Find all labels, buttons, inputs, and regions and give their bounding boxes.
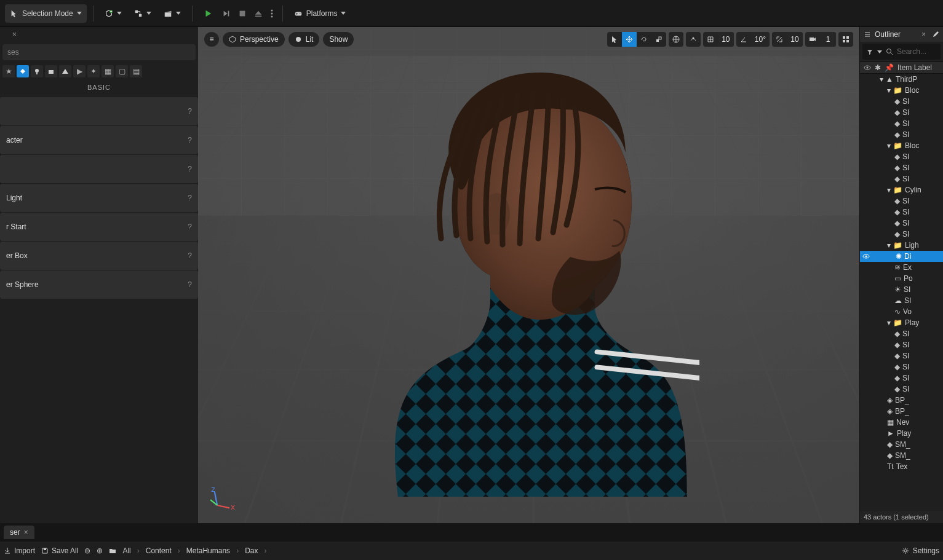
crumb-2[interactable]: MetaHumans xyxy=(186,546,230,555)
outliner-row[interactable]: ☀ SI xyxy=(860,284,943,295)
help-icon[interactable]: ? xyxy=(188,107,192,116)
category-all[interactable]: ▤ xyxy=(130,65,142,77)
outliner-row[interactable]: ◆ SI xyxy=(860,229,943,240)
close-tab-button[interactable]: × xyxy=(12,30,17,39)
outliner-row[interactable]: ◆ SI xyxy=(860,162,943,173)
outliner-row[interactable]: ◆ SI xyxy=(860,328,943,339)
actor-item[interactable]: er Box? xyxy=(0,242,198,270)
panel-tab[interactable]: × xyxy=(0,27,198,42)
actor-item[interactable]: er Sphere? xyxy=(0,270,198,299)
outliner-row[interactable]: ◆ SI xyxy=(860,361,943,373)
outliner-row[interactable]: ▾ 📁 Ligh xyxy=(860,240,943,251)
outliner-row[interactable]: ▾ 📁 Play xyxy=(860,317,943,328)
outliner-row[interactable]: ◆ SI xyxy=(860,129,943,140)
outliner-row[interactable]: ▾ 📁 Cylin xyxy=(860,184,943,195)
grid-snap-toggle[interactable] xyxy=(703,32,718,47)
help-icon[interactable]: ? xyxy=(188,165,192,173)
camera-speed-button[interactable] xyxy=(805,32,820,47)
actor-item[interactable]: acter? xyxy=(0,126,198,154)
outliner-search[interactable]: Search... xyxy=(862,44,941,60)
outliner-row[interactable]: ≋ Ex xyxy=(860,262,943,273)
help-icon[interactable]: ? xyxy=(188,194,192,202)
stop-button[interactable] xyxy=(236,4,249,23)
outliner-row[interactable]: ◆ SI xyxy=(860,373,943,384)
add-content-button[interactable] xyxy=(100,4,127,23)
category-visual-fx[interactable]: ✦ xyxy=(87,65,100,77)
outliner-row[interactable]: ◆ SM_ xyxy=(860,439,943,450)
history-fwd-button[interactable]: ⊕ xyxy=(97,546,103,555)
outliner-row[interactable]: ▾ ▲ ThirdP xyxy=(860,74,943,85)
viewport-menu-button[interactable]: ≡ xyxy=(204,32,219,47)
place-actor-search[interactable]: ses xyxy=(2,44,196,60)
eye-icon[interactable] xyxy=(864,64,871,71)
outliner-row[interactable]: ▾ 📁 Bloc xyxy=(860,85,943,96)
category-recent[interactable]: ★ xyxy=(2,65,15,77)
help-icon[interactable]: ? xyxy=(188,136,192,144)
outliner-row[interactable]: ◈ BP_ xyxy=(860,406,943,417)
outliner-row[interactable]: ◆ SI xyxy=(860,218,943,229)
close-tab-button[interactable]: × xyxy=(24,528,28,537)
selection-mode-dropdown[interactable]: Selection Mode xyxy=(5,4,87,23)
platforms-dropdown[interactable]: Platforms xyxy=(289,4,351,23)
scale-snap-toggle[interactable] xyxy=(772,32,787,47)
lit-mode-dropdown[interactable]: Lit xyxy=(288,32,320,47)
cinematics-button[interactable] xyxy=(159,4,186,23)
outliner-row[interactable]: ◆ SI xyxy=(860,207,943,218)
scale-tool[interactable] xyxy=(651,32,666,47)
viewport[interactable]: ≡ Perspective Lit Show xyxy=(198,27,859,523)
angle-snap-value[interactable]: 10° xyxy=(751,32,770,47)
help-icon[interactable]: ? xyxy=(188,223,192,231)
camera-speed-value[interactable]: 1 xyxy=(820,32,836,47)
blueprints-button[interactable] xyxy=(129,4,156,23)
actor-item[interactable]: ? xyxy=(0,97,198,125)
eject-button[interactable] xyxy=(252,4,265,23)
scale-snap-value[interactable]: 10 xyxy=(787,32,803,47)
save-all-button[interactable]: Save All xyxy=(41,546,78,555)
perspective-dropdown[interactable]: Perspective xyxy=(223,32,285,47)
outliner-row[interactable]: ◆ SI xyxy=(860,118,943,129)
crumb-3[interactable]: Dax xyxy=(245,546,258,555)
actor-item[interactable]: ? xyxy=(0,155,198,183)
pencil-icon[interactable] xyxy=(932,31,939,38)
select-tool[interactable] xyxy=(607,32,622,47)
outliner-row[interactable]: ∿ Vo xyxy=(860,306,943,317)
outliner-row[interactable]: ◆ SI xyxy=(860,96,943,107)
import-button[interactable]: Import xyxy=(4,546,35,555)
category-media[interactable]: ▶ xyxy=(73,65,86,77)
play-options-button[interactable] xyxy=(268,4,276,23)
close-tab-button[interactable]: × xyxy=(921,30,926,39)
category-cinematic[interactable] xyxy=(45,65,57,77)
crumb-0[interactable]: All xyxy=(122,546,130,555)
outliner-row[interactable]: ◈ BP_ xyxy=(860,395,943,406)
rotate-tool[interactable] xyxy=(637,32,651,47)
outliner-row[interactable]: ◆ SI xyxy=(860,195,943,207)
help-icon[interactable]: ? xyxy=(188,251,192,260)
outliner-row[interactable]: ► Play xyxy=(860,428,943,439)
category-volume[interactable]: ▦ xyxy=(101,65,114,77)
outliner-row[interactable]: ◆ SI xyxy=(860,173,943,184)
history-back-button[interactable]: ⊖ xyxy=(84,546,90,555)
grid-snap-value[interactable]: 10 xyxy=(718,32,734,47)
outliner-row[interactable]: ◆ SI xyxy=(860,384,943,395)
outliner-tab[interactable]: Outliner × xyxy=(860,27,943,42)
crumb-1[interactable]: Content xyxy=(146,546,172,555)
content-browser-tab[interactable]: ser × xyxy=(4,526,34,539)
outliner-row[interactable]: ✺ Di xyxy=(860,251,943,262)
category-shapes[interactable] xyxy=(59,65,71,77)
filter-icon[interactable] xyxy=(866,48,873,55)
outliner-row[interactable]: ◆ SM_ xyxy=(860,450,943,461)
category-geometry[interactable]: ▢ xyxy=(116,65,128,77)
outliner-row[interactable]: ☁ SI xyxy=(860,295,943,306)
play-step-button[interactable] xyxy=(220,4,233,23)
show-dropdown[interactable]: Show xyxy=(323,32,354,47)
angle-snap-toggle[interactable] xyxy=(736,32,751,47)
outliner-row[interactable]: ◆ SI xyxy=(860,107,943,118)
folder-icon[interactable] xyxy=(109,547,116,554)
outliner-row[interactable]: ◆ SI xyxy=(860,151,943,162)
outliner-row[interactable]: ◆ SI xyxy=(860,339,943,350)
surface-snap-toggle[interactable] xyxy=(686,32,701,47)
outliner-row[interactable]: ▭ Po xyxy=(860,273,943,284)
play-button[interactable] xyxy=(199,4,217,23)
viewport-layout-toggle[interactable] xyxy=(838,32,853,47)
actor-item[interactable]: Light? xyxy=(0,184,198,212)
